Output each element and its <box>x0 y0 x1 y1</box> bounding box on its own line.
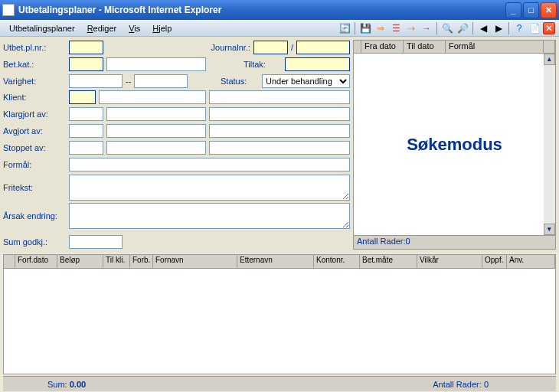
arsak-input[interactable] <box>69 203 350 229</box>
search-icon[interactable]: 🔎 <box>456 21 469 35</box>
grid-col-0[interactable] <box>4 255 15 268</box>
maximize-button[interactable]: □ <box>523 2 539 18</box>
grid-col-kontonr[interactable]: Kontonr. <box>314 255 360 268</box>
stoppet-input1[interactable] <box>69 141 103 155</box>
klient-input[interactable] <box>69 90 96 104</box>
grid-header: Forf.dato Beløp Til kli. Forb. Fornavn E… <box>4 255 555 269</box>
grid-col-oppf[interactable]: Oppf. <box>482 255 507 268</box>
menu-utbetalingsplaner[interactable]: Utbetalingsplaner <box>3 22 81 34</box>
right-panel-footer: Antall Rader:0 <box>353 236 556 250</box>
formal-col[interactable]: Formål <box>446 41 544 53</box>
prev-icon[interactable]: ◀ <box>476 21 490 35</box>
journalnr-label: Journalnr.: <box>211 43 250 52</box>
arrow2-icon[interactable]: ⇢ <box>404 21 418 35</box>
status-label: Status: <box>221 77 259 86</box>
close-button[interactable]: ✕ <box>541 2 557 18</box>
grid-col-belop[interactable]: Beløp <box>57 255 103 268</box>
tiltak-input[interactable] <box>285 57 350 71</box>
grid-col-tilkli[interactable]: Til kli. <box>103 255 130 268</box>
status-select[interactable]: Under behandling <box>262 74 350 88</box>
data-grid: Forf.dato Beløp Til kli. Forb. Fornavn E… <box>3 254 556 374</box>
status-antall: Antall Rader: 0 <box>86 380 489 389</box>
klient-label: Klient: <box>3 93 66 102</box>
minimize-button[interactable]: _ <box>505 2 521 18</box>
grid-col-forb[interactable]: Forb. <box>130 255 153 268</box>
stoppet-label: Stoppet av: <box>3 143 66 152</box>
scrollbar-vertical[interactable]: ▴ ▾ <box>544 54 555 235</box>
menu-bar: Utbetalingsplaner Rediger Vis Hjelp 🔄 💾 … <box>0 20 559 37</box>
fradato-col[interactable]: Fra dato <box>361 41 404 53</box>
list-icon[interactable]: ☰ <box>389 21 403 35</box>
status-bar: Sum: 0.00 Antall Rader: 0 <box>3 376 556 391</box>
fritekst-input[interactable] <box>69 175 350 201</box>
window-title: Utbetalingsplaner - Microsoft Internet E… <box>18 5 505 15</box>
close-tool-icon[interactable]: ✕ <box>543 22 555 34</box>
stoppet-input2[interactable] <box>106 141 206 155</box>
search-mode-text: Søkemodus <box>407 135 502 155</box>
binoculars-icon[interactable]: 🔍 <box>440 21 454 35</box>
grid-body[interactable] <box>4 269 555 374</box>
tildato-col[interactable]: Til dato <box>404 41 446 53</box>
tiltak-label: Tiltak: <box>244 60 282 69</box>
betkat-input[interactable] <box>69 57 103 71</box>
app-icon <box>2 4 15 16</box>
fritekst-label: Fritekst: <box>3 183 66 192</box>
betkat-desc-input[interactable] <box>106 57 206 71</box>
utbetplnr-input[interactable] <box>69 41 103 54</box>
right-panel-header: Fra dato Til dato Formål <box>353 40 556 54</box>
grid-col-vilkar[interactable]: Vilkår <box>417 255 482 268</box>
varighet-label: Varighet: <box>3 77 66 86</box>
klargjort-input2[interactable] <box>106 107 206 121</box>
menu-vis[interactable]: Vis <box>123 22 146 34</box>
avgjort-label: Avgjort av: <box>3 126 66 136</box>
klient-name1[interactable] <box>99 90 206 104</box>
formal-label: Formål: <box>3 160 66 169</box>
journalnr-input1[interactable] <box>253 41 288 54</box>
avgjort-input1[interactable] <box>69 124 103 138</box>
grid-col-forfdato[interactable]: Forf.dato <box>15 255 57 268</box>
journalnr-input2[interactable] <box>296 41 350 54</box>
utbetplnr-label: Utbet.pl.nr.: <box>3 43 66 52</box>
formal-input[interactable] <box>69 158 350 172</box>
grid-col-fornavn[interactable]: Fornavn <box>153 255 237 268</box>
form-panel: Utbet.pl.nr.: Journalnr.: / Bet.kat.: Ti… <box>3 40 350 250</box>
stoppet-input3[interactable] <box>209 141 350 155</box>
menu-hjelp[interactable]: Hjelp <box>146 22 178 34</box>
grid-col-anv[interactable]: Anv. <box>507 255 555 268</box>
scroll-up-icon[interactable]: ▴ <box>544 54 555 65</box>
title-bar: Utbetalingsplaner - Microsoft Internet E… <box>0 0 559 20</box>
refresh-icon[interactable]: 🔄 <box>338 21 351 35</box>
klient-name2[interactable] <box>209 90 350 104</box>
varighet-input2[interactable] <box>134 74 188 88</box>
grid-col-etternavn[interactable]: Etternavn <box>237 255 314 268</box>
info-icon[interactable]: 📄 <box>528 21 541 35</box>
right-panel-body: Søkemodus ▴ ▾ <box>353 54 556 236</box>
arrow3-icon[interactable]: → <box>420 21 433 35</box>
content-area: Utbet.pl.nr.: Journalnr.: / Bet.kat.: Ti… <box>0 37 559 253</box>
varighet-input1[interactable] <box>69 74 123 88</box>
klargjort-input1[interactable] <box>69 107 103 121</box>
arsak-label: Årsak endring: <box>3 211 66 220</box>
avgjort-input2[interactable] <box>106 124 206 138</box>
avgjort-input3[interactable] <box>209 124 350 138</box>
status-sum: Sum: 0.00 <box>47 380 86 389</box>
betkat-label: Bet.kat.: <box>3 60 66 69</box>
right-panel: Fra dato Til dato Formål Søkemodus ▴ ▾ A… <box>353 40 556 250</box>
klargjort-label: Klargjort av: <box>3 109 66 119</box>
sumgodkj-input[interactable] <box>69 235 123 249</box>
klargjort-input3[interactable] <box>209 107 350 121</box>
arrow1-icon[interactable]: ⇒ <box>374 21 387 35</box>
scroll-down-icon[interactable]: ▾ <box>544 224 555 235</box>
sumgodkj-label: Sum godkj.: <box>3 237 66 247</box>
save-icon[interactable]: 💾 <box>358 21 372 35</box>
menu-rediger[interactable]: Rediger <box>81 22 123 34</box>
help-icon[interactable]: ? <box>512 21 526 35</box>
next-icon[interactable]: ▶ <box>492 21 505 35</box>
grid-col-betmate[interactable]: Bet.måte <box>360 255 417 268</box>
